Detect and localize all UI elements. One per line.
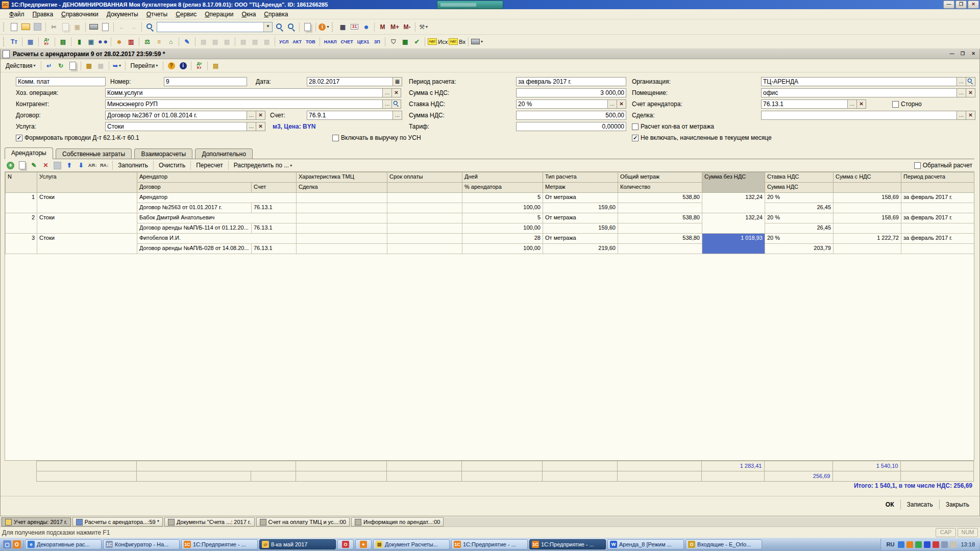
cell-har-tmc[interactable]	[297, 213, 387, 223]
choose-button[interactable]: …	[247, 111, 256, 120]
table-row[interactable]: 2 Стоки Бабок Дмитрий Анатольевич 5 От м…	[6, 213, 974, 223]
taskbar-button-opera[interactable]: O	[337, 539, 354, 549]
cell-dney[interactable]: 5	[462, 213, 543, 223]
cell-dogovor[interactable]: Договор аренды №АП/Б-028 от 14.08.20...	[137, 244, 252, 254]
memory-minus-button[interactable]: M-	[402, 21, 412, 32]
tools-icon[interactable]: ⚒▾	[418, 21, 429, 32]
cell-srok[interactable]	[387, 193, 462, 203]
cell-usluga[interactable]: Стоки	[37, 213, 137, 234]
tenant-account-value[interactable]: 76.13.1	[761, 99, 848, 109]
choose-button[interactable]: …	[848, 99, 857, 109]
doc-nakl-button[interactable]: НАКЛ	[323, 36, 338, 47]
print-icon[interactable]	[88, 21, 99, 32]
search-combobox[interactable]: ▼	[157, 22, 273, 32]
storno-checkbox[interactable]: Сторно	[892, 100, 922, 108]
period-value[interactable]: за февраль 2017 г.	[516, 77, 626, 86]
cell-sum-nds[interactable]: 26,45	[765, 203, 834, 213]
refresh-icon[interactable]: ↻	[56, 60, 66, 71]
nds-in-icon[interactable]: НДСВх	[449, 36, 465, 47]
sort-desc-icon[interactable]: ЯА↓	[99, 160, 110, 171]
tray-icon-5[interactable]	[933, 541, 939, 548]
cell-stavka[interactable]: 20 %	[765, 213, 834, 223]
tab-additional[interactable]: Дополнительно	[195, 148, 252, 159]
clear-button[interactable]: ✕	[617, 99, 626, 109]
clear-button[interactable]: ✕	[857, 99, 866, 109]
cell-empty[interactable]	[901, 223, 974, 234]
menu-references[interactable]: Справочники	[57, 10, 103, 19]
forward-icon[interactable]: →	[128, 21, 139, 32]
cell-n[interactable]: 2	[6, 213, 37, 234]
make-postings-checkbox[interactable]: ✓ Формировать проводки Д-т 62.1-К-т 60.1	[16, 134, 139, 142]
cell-srok2[interactable]	[387, 223, 462, 234]
journal-list-icon[interactable]: ▤	[250, 36, 260, 47]
room-value[interactable]: офис	[761, 88, 957, 97]
doc-usl-button[interactable]: УСЛ	[278, 36, 290, 47]
cell-stavka[interactable]: 20 %	[765, 234, 834, 244]
tray-icon-4[interactable]	[924, 541, 930, 548]
windows-icon[interactable]	[302, 21, 313, 32]
journal-list-icon[interactable]: ▤	[198, 36, 209, 47]
journal-icon[interactable]: ▮	[74, 36, 85, 47]
tray-icon-2[interactable]	[906, 541, 913, 548]
edit-row-icon[interactable]: ✎	[29, 160, 39, 171]
dtkt-postings-icon[interactable]: ДтКт	[41, 36, 52, 47]
close-button[interactable]: ✕	[968, 1, 979, 9]
window-item-tenant-info[interactable]: Информация по арендат...:00	[351, 517, 444, 527]
contragent-value[interactable]: Минскэнерго РУП	[105, 99, 383, 109]
cell-metrazh[interactable]: 159,60	[543, 223, 618, 234]
remote-control-overlay[interactable]	[437, 1, 503, 9]
cell-period[interactable]: за февраль 2017 г.	[901, 193, 974, 203]
toolbar-grip[interactable]	[3, 22, 6, 32]
cell-sum-nds[interactable]: 26,45	[765, 223, 834, 234]
window-item-invoices-journal[interactable]: Документы "Счета ...: 2017 г.	[164, 517, 255, 527]
cell-pct[interactable]: 100,00	[462, 244, 543, 254]
table-row[interactable]: 3 Стоки Фитобелов И.И. 28 От метража 538…	[6, 234, 974, 244]
vat-rate-value[interactable]: 20 %	[516, 99, 608, 109]
table-row-sub[interactable]: Договор аренды №АП/Б-028 от 14.08.20... …	[6, 244, 974, 254]
show-desktop-icon[interactable]: ▢	[3, 540, 11, 548]
operation-kind-value[interactable]: Комм. плат	[16, 77, 106, 86]
cell-sum-nds[interactable]: 203,79	[765, 244, 834, 254]
taskbar-button-1c-2[interactable]: 1С 1С:Предприятие - ...	[451, 539, 528, 549]
cell-srok2[interactable]	[387, 203, 462, 213]
deal-value[interactable]	[761, 111, 957, 120]
cell-period[interactable]: за февраль 2017 г.	[901, 213, 974, 223]
number-value[interactable]: 9	[164, 77, 247, 86]
tariff-value[interactable]: 0,00000	[516, 122, 626, 131]
cell-tip[interactable]: От метража	[543, 234, 618, 244]
checkbox-box[interactable]	[632, 123, 639, 130]
cut-icon[interactable]: ✂	[48, 21, 59, 32]
taskbar-button-1c-document[interactable]: ▤ Документ Расчеты...	[373, 539, 450, 549]
cell-empty[interactable]	[901, 244, 974, 254]
counterparties-icon[interactable]: ☻☻	[97, 36, 108, 47]
cell-n[interactable]: 1	[6, 193, 37, 213]
window-item-rent-account[interactable]: Учет аренды: 2017 г.	[2, 517, 71, 527]
contract-value[interactable]: Договор №2367 от 01.08.2014 г.	[105, 111, 247, 120]
choose-button[interactable]: …	[957, 77, 966, 86]
doc-ceh1-button[interactable]: ЦЕХ1	[356, 36, 371, 47]
cell-har-tmc[interactable]	[297, 193, 387, 203]
account-value[interactable]: 76.9.1	[307, 111, 393, 120]
tab-tenants[interactable]: Арендаторы	[5, 147, 53, 159]
move-down-icon[interactable]: ⬇	[76, 160, 86, 171]
minimize-button[interactable]: —	[943, 1, 954, 9]
cell-arendator[interactable]: Бабок Дмитрий Анатольевич	[137, 213, 297, 223]
taskbar-button-ie[interactable]: e Декоративные рас...	[25, 539, 102, 549]
cell-kolvo[interactable]	[618, 223, 702, 234]
maximize-button[interactable]: ❐	[955, 1, 967, 9]
unpost-document-icon[interactable]: ▦	[95, 60, 106, 71]
clear-button[interactable]: ✕	[256, 111, 265, 120]
table-row[interactable]: 1 Стоки Арендатор 5 От метража 538,80 13…	[6, 193, 974, 203]
choose-button[interactable]: …	[608, 99, 617, 109]
window-item-tenant-settlements[interactable]: Расчеты с арендатора...:59 *	[72, 517, 163, 527]
edit-document-icon[interactable]: ✎	[182, 36, 192, 47]
check-document-icon[interactable]: ✔	[411, 36, 422, 47]
delete-row-icon[interactable]: ✕	[40, 160, 51, 171]
taskbar-button-folder[interactable]: ▱ 8-ка май 2017	[259, 539, 336, 549]
choose-button[interactable]: …	[393, 111, 402, 120]
doc-schet-button[interactable]: СЧЕТ	[339, 36, 355, 47]
report-icon[interactable]: ▤	[210, 60, 221, 71]
cell-metrazh[interactable]: 219,60	[543, 244, 618, 254]
checkbox-box[interactable]	[332, 135, 339, 141]
service-value[interactable]: Стоки	[105, 122, 247, 131]
